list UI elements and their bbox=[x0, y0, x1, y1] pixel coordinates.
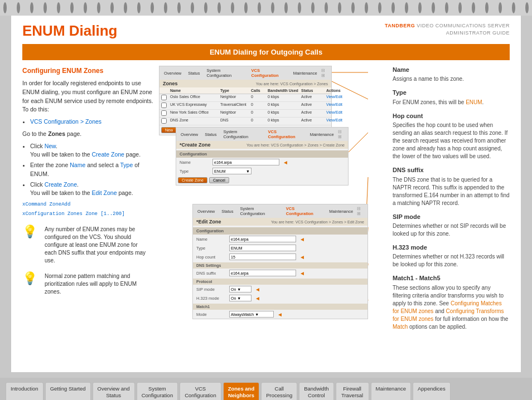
ss-edit-nav-maintenance[interactable]: Maintenance bbox=[326, 208, 356, 214]
arrow-edit-hop: ◄ bbox=[299, 254, 305, 260]
ss-nav-sysconfig[interactable]: System Configuration bbox=[204, 67, 248, 79]
spiral-ring bbox=[110, 2, 114, 13]
create-zone-link[interactable]: Create Zone bbox=[92, 151, 124, 158]
ss-edit-dns-input[interactable]: e164.arpa bbox=[229, 270, 296, 276]
row-checkbox[interactable] bbox=[161, 95, 167, 100]
name-link[interactable]: Name bbox=[70, 162, 85, 168]
spiral-ring bbox=[445, 2, 448, 13]
ss-create-title: *Create Zone bbox=[180, 142, 211, 148]
match-link[interactable]: Match bbox=[393, 324, 408, 330]
ss-nav-status[interactable]: Status bbox=[185, 70, 202, 76]
row-checkbox[interactable] bbox=[161, 110, 167, 116]
ss-create-nav-overview[interactable]: Overview bbox=[178, 131, 201, 138]
type-link[interactable]: Type bbox=[120, 162, 133, 168]
arrow-edit-sip: ◄ bbox=[255, 286, 260, 292]
ss-edit-title: *Edit Zone bbox=[196, 219, 221, 225]
table-row: UK VCS ExpresswayTraversalClient00 kbpsA… bbox=[159, 102, 331, 110]
note-icon-1: 💡 bbox=[22, 226, 40, 243]
col-name: Name bbox=[170, 89, 220, 92]
lightbulb-icon-2: 💡 bbox=[22, 272, 40, 285]
ss-edit-hopcount-input[interactable]: 15 bbox=[229, 253, 296, 260]
screenshot-edit-zone: Overview Status System Configuration VCS… bbox=[192, 204, 368, 319]
ss-create-header: *Create Zone You are here: VCS Configura… bbox=[176, 141, 348, 149]
page-title: ENUM Dialing bbox=[22, 22, 117, 40]
spiral-ring bbox=[512, 2, 515, 13]
tab-bandwidth-control[interactable]: BandwidthControl bbox=[299, 382, 333, 400]
ss-edit-name-input[interactable]: e164.arpa bbox=[229, 236, 296, 242]
ss-edit-nav-sysconfig[interactable]: System Configuration bbox=[238, 206, 282, 217]
edit-zone-link[interactable]: Edit Zone bbox=[92, 189, 117, 196]
tab-appendices[interactable]: Appendices bbox=[413, 382, 451, 400]
ss-edit-type-row: Type ENUM bbox=[193, 243, 367, 252]
ss-create-nav-sysconfig[interactable]: System Configuration bbox=[221, 129, 264, 140]
spiral-ring bbox=[3, 2, 7, 13]
right-dns-heading: DNS suffix bbox=[393, 166, 510, 174]
ss-create-name-input[interactable]: e164.arpa bbox=[212, 159, 279, 165]
ss-nav-maintenance[interactable]: Maintenance bbox=[291, 70, 320, 76]
ss-edit-name-label: Name bbox=[196, 237, 227, 242]
create-zone-button[interactable]: Create Zone bbox=[178, 177, 207, 183]
tab-getting-started[interactable]: Getting Started bbox=[45, 382, 91, 400]
spiral-ring bbox=[191, 2, 194, 13]
table-row: New York Sales OfficeNeighbor00 kbpsActi… bbox=[159, 110, 331, 118]
ss-edit-nav-overview[interactable]: Overview bbox=[195, 208, 217, 214]
ss-create-actions: Create Zone Cancel bbox=[176, 175, 348, 185]
tab-introduction[interactable]: Introduction bbox=[6, 382, 43, 400]
spiral-ring bbox=[365, 2, 368, 13]
ss-create-nav-status[interactable]: Status bbox=[202, 131, 219, 138]
enum-link[interactable]: ENUM bbox=[466, 99, 482, 105]
ss-edit-h323-select[interactable]: On ▼ bbox=[229, 295, 252, 301]
tab-overview-status[interactable]: Overview andStatus bbox=[93, 382, 135, 400]
left-code2[interactable]: xConfiguration Zones Zone [1..200] bbox=[22, 211, 153, 218]
ss-nav-vcs[interactable]: VCS Configuration bbox=[248, 67, 289, 79]
spiral-ring bbox=[17, 2, 20, 13]
ss-edit-sip-select[interactable]: On ▼ bbox=[229, 286, 252, 292]
tab-zones-neighbors[interactable]: Zones andNeighbors bbox=[223, 382, 260, 400]
content-area: Configuring ENUM Zones In order for loca… bbox=[11, 60, 521, 367]
tab-vcs-config[interactable]: VCSConfiguration bbox=[180, 382, 221, 400]
spiral-ring bbox=[418, 2, 422, 13]
ss-create-section: Configuration bbox=[176, 150, 348, 158]
spiral-ring bbox=[351, 2, 355, 13]
create-zone-link2[interactable]: Create Zone bbox=[45, 181, 77, 188]
spiral-ring bbox=[30, 2, 33, 13]
ss-edit-h323-row: H.323 mode On ▼ ◄ bbox=[193, 294, 367, 303]
new-button[interactable]: New bbox=[161, 127, 177, 133]
ss-edit-mode-label: Mode bbox=[196, 312, 227, 317]
ss-edit-sip-row: SIP mode On ▼ ◄ bbox=[193, 285, 367, 294]
ss-edit-nav-status[interactable]: Status bbox=[219, 208, 236, 214]
tab-call-processing[interactable]: CallProcessing bbox=[261, 382, 297, 400]
spiral-ring bbox=[271, 2, 274, 13]
ss-edit-dns-section: DNS Settings bbox=[193, 262, 367, 269]
spiral-ring bbox=[244, 2, 248, 13]
left-code1[interactable]: xCommand ZoneAdd bbox=[22, 201, 153, 209]
ss-create-name-label: Name bbox=[180, 160, 210, 165]
ss-edit-mode-select[interactable]: AlwaysMatch ▼ bbox=[229, 311, 274, 318]
screenshot-zones: Overview Status System Configuration VCS… bbox=[159, 66, 332, 135]
ss-create-nav-maintenance[interactable]: Maintenance bbox=[307, 131, 337, 138]
ss-edit-nav-vcs[interactable]: VCS Configuration bbox=[283, 206, 325, 217]
tab-maintenance[interactable]: Maintenance bbox=[371, 382, 411, 400]
ss-create-nav-vcs[interactable]: VCS Configuration bbox=[265, 129, 306, 140]
ss-edit-header: *Edit Zone You are here: VCS Configurati… bbox=[193, 218, 367, 226]
spiral-ring bbox=[97, 2, 100, 13]
new-link[interactable]: New bbox=[45, 143, 56, 149]
ss-edit-match-section: Match1 bbox=[193, 304, 367, 310]
arrow-edit-mode: ◄ bbox=[277, 311, 283, 318]
spiral-ring bbox=[43, 2, 47, 13]
tab-system-config[interactable]: SystemConfiguration bbox=[137, 382, 178, 400]
ss-nav-overview[interactable]: Overview bbox=[161, 70, 184, 76]
spiral-ring bbox=[458, 2, 462, 13]
tab-firewall-traversal[interactable]: FirewallTraversal bbox=[336, 382, 369, 400]
right-name-heading: Name bbox=[393, 66, 510, 74]
ss-create-breadcrumb: You are here: VCS Configuration > Zones … bbox=[246, 143, 345, 147]
row-checkbox[interactable] bbox=[161, 118, 167, 124]
vcs-config-link[interactable]: VCS Configuration > Zones bbox=[30, 118, 101, 125]
row-checkbox[interactable] bbox=[161, 103, 167, 108]
ss-create-type-select[interactable]: ENUM ▼ bbox=[212, 168, 252, 174]
cancel-button[interactable]: Cancel bbox=[209, 177, 229, 183]
spiral-ring bbox=[84, 2, 87, 13]
ss-zones-table-header: Name Type Calls Bandwidth Used Status Ac… bbox=[159, 87, 331, 94]
lightbulb-icon: 💡 bbox=[22, 226, 40, 238]
col-bw: Bandwidth Used bbox=[268, 89, 301, 92]
